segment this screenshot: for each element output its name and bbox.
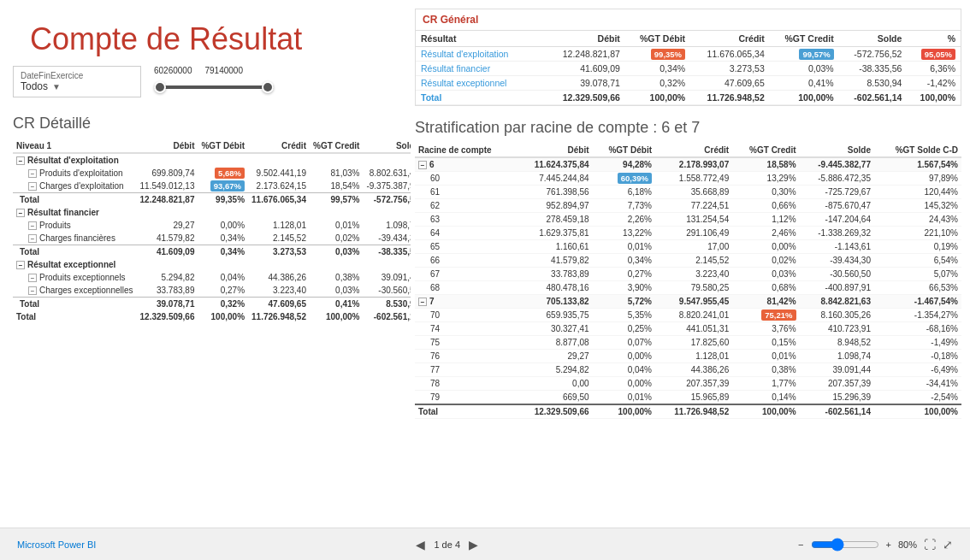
cg-pgt-credit: 0,03% [770,62,839,76]
st-pct: 145,32% [874,199,961,213]
cg-col-resultat: Résultat [416,31,546,47]
footer-right: − + 80% ⛶ ⤢ [798,538,953,551]
powerbi-link[interactable]: Microsoft Power BI [17,539,96,550]
st-label: 75 [415,336,515,350]
col-credit: Crédit [248,139,310,153]
st-solde: -400.897,91 [800,281,874,295]
st-pct: 120,44% [874,186,961,199]
st-label: Total [415,404,515,419]
st-pgt-credit: 0,68% [732,281,799,295]
det-label: −Résultat d'exploitation [13,153,137,167]
st-label: 79 [415,391,515,405]
st-credit: 17.825,60 [655,336,732,350]
st-label: 61 [415,186,515,199]
expand-icon[interactable]: − [28,274,37,282]
filter-value: Todos [21,80,48,92]
cg-pgt-debit: 99,35% [625,47,690,62]
det-solde [363,206,411,219]
slider-thumb-left[interactable] [154,81,166,93]
zoom-slider[interactable] [811,538,879,551]
st-label: 64 [415,227,515,240]
next-page-button[interactable]: ▶ [469,538,478,551]
cg-pgt-debit: 0,34% [625,62,690,76]
st-label: 67 [415,268,515,281]
cg-credit: 11.676.065,34 [690,47,770,62]
st-label: 78 [415,377,515,391]
st-pgt-credit: 0,03% [732,268,799,281]
fullscreen-icon[interactable]: ⛶ [924,538,936,551]
st-credit: 79.580,25 [655,281,732,295]
det-debit [137,258,198,271]
det-credit: 11.676.065,34 [248,193,310,207]
expand-icon[interactable]: − [28,234,37,243]
expand-icon[interactable]: − [418,161,427,169]
expand-icon[interactable]: − [28,221,37,230]
collapse-icon[interactable]: − [16,209,25,217]
strat-title: Stratification par racine de compte : 6 … [415,119,961,137]
det-pgt-debit: 0,00% [198,219,248,232]
cg-solde: -572.756,52 [839,47,908,62]
col-solde: Solde [363,139,411,153]
det-label: −Produits [13,219,137,232]
cg-pgt-debit: 100,00% [625,91,690,105]
st-pct: 100,00% [874,404,961,419]
st-debit: 761.398,56 [515,186,592,199]
cg-col-pgt-credit: %GT Credit [770,31,839,47]
st-debit: 41.579,82 [515,254,592,268]
expand-icon[interactable]: ⤢ [943,538,953,551]
expand-icon[interactable]: − [28,286,37,295]
cr-general-table: Résultat Débit %GT Débit Crédit %GT Cred… [416,31,961,105]
det-label: Total [13,298,137,311]
cg-pgt-debit: 0,32% [625,76,690,91]
st-pgt-debit: 2,26% [593,213,655,227]
st-label: 70 [415,309,515,322]
st-pct: -2,54% [874,391,961,405]
det-pgt-credit [310,153,363,167]
cg-label: Résultat d'exploitation [416,47,546,62]
det-solde: -602.561,14 [363,310,411,323]
det-credit: 47.609,65 [248,298,310,311]
collapse-icon[interactable]: − [16,261,25,269]
det-solde: 1.098,74 [363,219,411,232]
st-solde: 410.723,91 [800,322,874,336]
det-pgt-credit: 99,57% [310,193,363,207]
st-pct: 24,43% [874,213,961,227]
st-pgt-debit: 0,01% [593,240,655,254]
cg-col-pct: % [907,31,961,47]
prev-page-button[interactable]: ◀ [416,538,425,551]
filter-dropdown[interactable]: Todos ▼ [21,80,133,92]
cg-pct: 6,36% [907,62,961,76]
expand-icon[interactable]: − [28,182,37,191]
expand-icon[interactable]: − [418,298,427,306]
cg-col-solde: Solde [839,31,908,47]
zoom-minus[interactable]: − [798,539,803,550]
st-pct: 5,07% [874,268,961,281]
det-credit: 9.502.441,19 [248,167,310,180]
st-pgt-debit: 0,04% [593,363,655,377]
st-pgt-debit: 0,01% [593,391,655,405]
st-pgt-debit: 94,28% [593,157,655,172]
st-credit: 35.668,89 [655,186,732,199]
st-solde: 8.948,52 [800,336,874,350]
st-label: −6 [415,157,515,172]
st-pgt-credit: 75,21% [732,309,799,322]
cr-detaille-title: CR Détaillé [13,115,398,133]
st-pgt-debit: 5,72% [593,295,655,309]
det-pgt-credit: 0,38% [310,271,363,284]
st-debit: 669,50 [515,391,592,405]
st-label: 65 [415,240,515,254]
st-pgt-credit: 0,66% [732,199,799,213]
st-credit: 207.357,39 [655,377,732,391]
st-pct: 1.567,54% [874,157,961,172]
zoom-plus[interactable]: + [886,539,891,550]
collapse-icon[interactable]: − [16,156,25,165]
expand-icon[interactable]: − [28,169,37,178]
slider-thumb-right[interactable] [262,81,274,93]
slider-track[interactable] [154,85,274,89]
st-pgt-credit: 0,01% [732,350,799,363]
page-of: de [442,539,455,550]
st-solde: -9.445.382,77 [800,157,874,172]
st-pgt-credit: 0,14% [732,391,799,405]
st-pgt-debit: 60,39% [593,172,655,186]
st-credit: 441.051,31 [655,322,732,336]
